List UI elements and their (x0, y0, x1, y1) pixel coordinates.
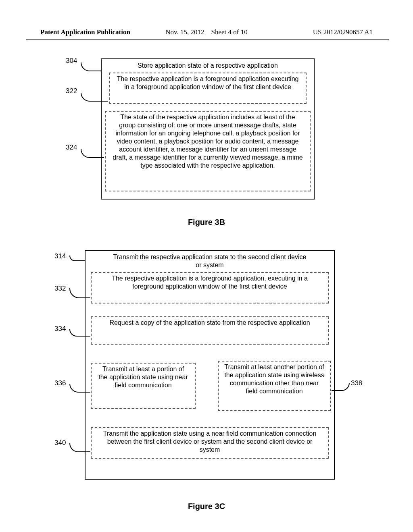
step-314-title: Transmit the respective application stat… (86, 251, 334, 272)
ref-304: 304 (66, 56, 77, 65)
ref-340: 340 (54, 438, 66, 447)
ref-322: 322 (66, 87, 77, 95)
leader-324 (81, 149, 104, 158)
ref-314: 314 (54, 252, 66, 260)
substep-340-text: Transmit the application state using a n… (103, 430, 317, 453)
ref-336: 336 (54, 379, 66, 387)
substep-336-box: Transmit at least a portion of the appli… (91, 363, 196, 409)
substep-332-box: The respective application is a foregrou… (91, 272, 329, 303)
ref-324: 324 (66, 143, 77, 152)
leader-338 (332, 383, 350, 391)
leader-336 (69, 384, 90, 393)
substep-340-box: Transmit the application state using a n… (91, 427, 329, 459)
leader-322 (81, 93, 108, 102)
substep-334-text: Request a copy of the application state … (109, 319, 310, 326)
leader-332 (69, 288, 90, 298)
substep-324-text: The state of the respective application … (113, 114, 302, 169)
substep-334-box: Request a copy of the application state … (91, 316, 329, 345)
ref-332: 332 (54, 284, 66, 293)
substep-336-text: Transmit at least a portion of the appli… (98, 366, 188, 389)
leader-340 (69, 443, 90, 452)
figure-3c-caption: Figure 3C (0, 502, 413, 511)
substep-324-box: The state of the respective application … (105, 111, 311, 191)
substep-338-text: Transmit at least another portion of the… (224, 364, 324, 395)
leader-304 (81, 62, 101, 71)
header-date: Nov. 15, 2012 (165, 28, 204, 36)
header-sheet: Sheet 4 of 10 (211, 28, 248, 36)
ref-334: 334 (54, 324, 66, 333)
leader-334 (69, 329, 90, 337)
page-header: Patent Application Publication US 2012/0… (0, 28, 413, 36)
substep-322-box: The respective application is a foregrou… (109, 73, 307, 104)
ref-338: 338 (351, 379, 362, 387)
substep-332-text: The respective application is a foregrou… (112, 275, 308, 290)
header-rule (26, 39, 389, 40)
substep-338-box: Transmit at least another portion of the… (218, 361, 331, 411)
leader-314 (69, 256, 85, 261)
substep-322-text: The respective application is a foregrou… (117, 75, 299, 90)
figure-3b-caption: Figure 3B (0, 218, 413, 227)
step-304-title: Store application state of a respective … (102, 59, 314, 73)
